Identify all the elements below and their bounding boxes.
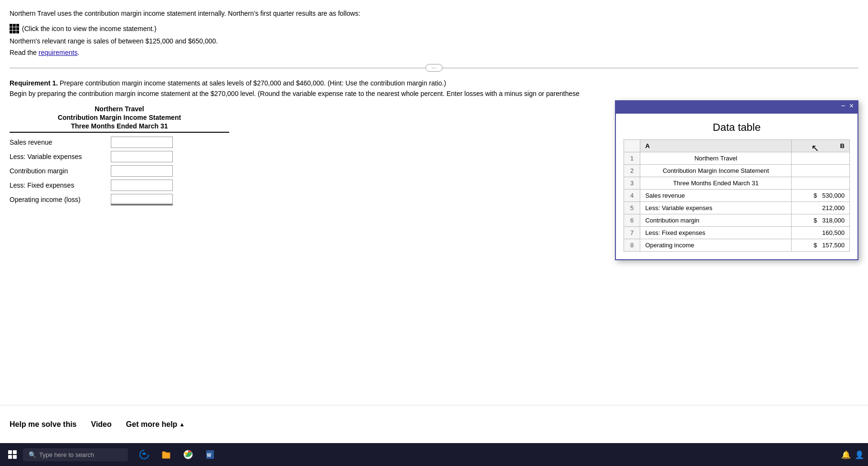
taskbar-chrome-icon[interactable]	[178, 444, 199, 465]
minimize-button[interactable]: −	[841, 102, 845, 110]
start-button[interactable]	[4, 446, 21, 463]
requirement-section: Requirement 1. Prepare contribution marg…	[10, 79, 858, 97]
row-num-3: 3	[624, 177, 640, 190]
row-num-2: 2	[624, 165, 640, 177]
read-requirements: Read the requirements.	[10, 49, 858, 56]
search-placeholder: Type here to search	[39, 451, 94, 458]
intro-line1: Northern Travel uses the contribution ma…	[10, 9, 858, 19]
relevant-range-text: Northern's relevant range is sales of be…	[10, 37, 858, 45]
is-row-contribution: Contribution margin	[10, 165, 229, 177]
read-req-suffix: .	[77, 49, 79, 56]
search-icon: 🔍	[29, 451, 36, 458]
taskbar-person-icon[interactable]: 👤	[855, 450, 864, 459]
popup-controls: − ×	[841, 102, 854, 110]
icon-link-label: (Click the icon to view the income state…	[22, 25, 157, 32]
header-col-b: B	[792, 140, 850, 152]
req-title-rest: Prepare contribution margin income state…	[58, 79, 446, 87]
data-table: A B 1 Northern Travel 2 Contribution Mar…	[624, 139, 850, 252]
row7-col-a: Less: Fixed expenses	[640, 227, 792, 239]
header-col-a: A	[640, 140, 792, 152]
row-num-7: 7	[624, 227, 640, 239]
row5-col-a: Less: Variable expenses	[640, 202, 792, 214]
is-title: Northern Travel	[10, 105, 229, 113]
taskbar-right-area: 🔔 👤	[841, 450, 864, 459]
row-num-1: 1	[624, 152, 640, 165]
main-content: Northern Travel uses the contribution ma…	[0, 0, 868, 208]
video-button[interactable]: Video	[91, 416, 112, 433]
is-row-fixed: Less: Fixed expenses	[10, 180, 229, 191]
windows-logo-icon	[8, 450, 17, 459]
row3-col-b	[792, 177, 850, 190]
data-table-popup: − × Data table ↖ A B 1 Northern Tra	[615, 100, 858, 260]
is-label-contribution: Contribution margin	[10, 167, 105, 175]
table-row: 8 Operating income $ 157,500	[624, 239, 850, 252]
row8-col-b: $ 157,500	[792, 239, 850, 252]
table-row: 6 Contribution margin $ 318,000	[624, 214, 850, 227]
taskbar-word-icon[interactable]: W	[200, 444, 221, 465]
table-row: 2 Contribution Margin Income Statement	[624, 165, 850, 177]
is-label-sales: Sales revenue	[10, 138, 105, 146]
is-row-variable: Less: Variable expenses	[10, 151, 229, 162]
divider-line-right	[443, 68, 858, 68]
row-num-6: 6	[624, 214, 640, 227]
row7-col-b: 160,500	[792, 227, 850, 239]
taskbar: 🔍 Type here to search	[0, 443, 868, 466]
is-input-variable[interactable]	[111, 151, 173, 162]
requirement-title: Requirement 1. Prepare contribution marg…	[10, 79, 858, 87]
row-num-8: 8	[624, 239, 640, 252]
taskbar-edge-icon[interactable]	[134, 444, 155, 465]
row8-col-a: Operating income	[640, 239, 792, 252]
is-input-fixed[interactable]	[111, 180, 173, 191]
row3-col-a: Three Months Ended March 31	[640, 177, 792, 190]
get-more-help-label: Get more help	[126, 420, 178, 429]
is-input-contribution[interactable]	[111, 165, 173, 177]
row5-col-b: 212,000	[792, 202, 850, 214]
read-req-prefix: Read the	[10, 49, 39, 56]
get-more-help-button[interactable]: Get more help ▲	[126, 420, 185, 429]
header-rownum	[624, 140, 640, 152]
taskbar-search-box[interactable]: 🔍 Type here to search	[23, 448, 128, 461]
taskbar-apps: W	[134, 444, 221, 465]
row6-col-a: Contribution margin	[640, 214, 792, 227]
is-row-sales: Sales revenue	[10, 137, 229, 148]
table-row: 4 Sales revenue $ 530,000	[624, 190, 850, 202]
is-input-operating[interactable]	[111, 194, 173, 205]
is-label-variable: Less: Variable expenses	[10, 153, 105, 160]
row4-col-b: $ 530,000	[792, 190, 850, 202]
help-me-solve-button[interactable]: Help me solve this	[10, 416, 77, 433]
divider-dots: ···	[425, 64, 443, 72]
taskbar-explorer-icon[interactable]	[156, 444, 177, 465]
req-title-bold: Requirement 1.	[10, 79, 58, 87]
is-label-fixed: Less: Fixed expenses	[10, 181, 105, 189]
table-row: 1 Northern Travel	[624, 152, 850, 165]
row1-col-a: Northern Travel	[640, 152, 792, 165]
row-num-5: 5	[624, 202, 640, 214]
row6-col-b: $ 318,000	[792, 214, 850, 227]
row-num-4: 4	[624, 190, 640, 202]
is-subtitle: Contribution Margin Income Statement	[10, 114, 229, 121]
taskbar-notification-icon[interactable]: 🔔	[841, 450, 851, 459]
table-row: 5 Less: Variable expenses 212,000	[624, 202, 850, 214]
requirement-body: Begin by preparing the contribution marg…	[10, 90, 858, 97]
row2-col-a: Contribution Margin Income Statement	[640, 165, 792, 177]
data-table-title: Data table	[616, 114, 857, 139]
is-input-sales[interactable]	[111, 137, 173, 148]
grid-icon[interactable]	[10, 24, 19, 33]
row1-col-b	[792, 152, 850, 165]
svg-text:W: W	[207, 453, 212, 458]
divider: ···	[10, 64, 858, 72]
row4-col-a: Sales revenue	[640, 190, 792, 202]
table-row: 7 Less: Fixed expenses 160,500	[624, 227, 850, 239]
requirements-link[interactable]: requirements	[39, 49, 78, 56]
bottom-action-bar: Help me solve this Video Get more help ▲	[0, 405, 868, 443]
row2-col-b	[792, 165, 850, 177]
is-label-operating: Operating income (loss)	[10, 196, 105, 203]
is-row-operating: Operating income (loss)	[10, 194, 229, 205]
income-statement-icon-link[interactable]: (Click the icon to view the income state…	[10, 24, 157, 33]
income-statement: Northern Travel Contribution Margin Inco…	[10, 105, 229, 208]
more-arrow-icon: ▲	[179, 421, 185, 428]
divider-line-left	[10, 68, 425, 68]
table-row: 3 Three Months Ended March 31	[624, 177, 850, 190]
income-statement-area: Northern Travel Contribution Margin Inco…	[10, 105, 858, 208]
close-button[interactable]: ×	[849, 102, 854, 110]
